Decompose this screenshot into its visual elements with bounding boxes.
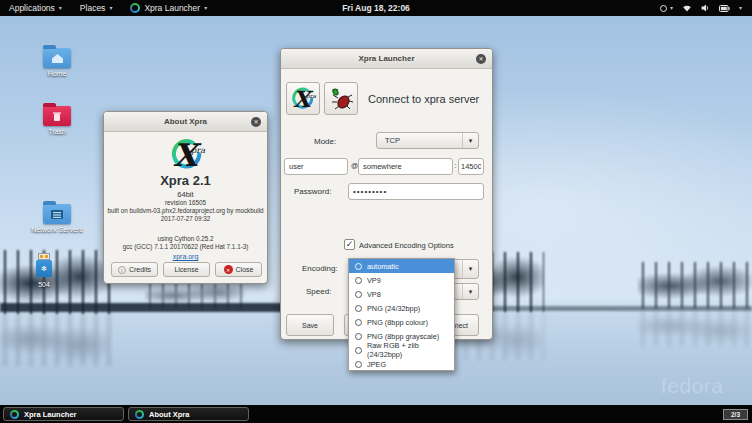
chevron-down-icon: ▾ — [109, 5, 112, 11]
colon-separator: : — [455, 162, 457, 169]
house-glyph — [51, 53, 64, 64]
chevron-down-icon: ▾ — [670, 5, 673, 11]
encoding-option-jpeg[interactable]: JPEG — [349, 357, 454, 371]
app-menu-label: Xpra Launcher — [144, 3, 200, 13]
xpra-org-link[interactable]: xpra.org — [173, 253, 199, 260]
license-button[interactable]: License — [163, 262, 210, 277]
chevron-down-icon: ▾ — [462, 133, 478, 148]
option-label: automatic — [367, 262, 399, 271]
mode-dropdown[interactable]: TCP ▾ — [376, 132, 479, 149]
applications-menu[interactable]: Applications ▾ — [0, 0, 71, 16]
tree-reflection — [638, 308, 752, 346]
credits-label: Credits — [129, 266, 151, 273]
built-line: built on buildvm-03.phx2.fedoraproject.o… — [104, 207, 267, 214]
option-label: PNG (8bpp grayscale) — [367, 332, 439, 341]
encoding-option-vp9[interactable]: VP9 — [349, 273, 454, 287]
encoding-options-popup: automatic VP9 VP8 PNG (24/32bpp) PNG (8b… — [348, 258, 455, 371]
close-dialog-button[interactable]: ✕ Close — [215, 262, 262, 277]
taskbar-window-label: About Xpra — [149, 410, 189, 419]
option-label: JPEG — [367, 360, 386, 369]
dialog-heading: Connect to xpra server — [368, 93, 479, 105]
encoding-option-png-8bpp-colour[interactable]: PNG (8bpp colour) — [349, 315, 454, 329]
tree-reflection — [0, 314, 110, 366]
usb-drive-icon: ✻ — [35, 253, 53, 279]
save-button[interactable]: Save — [286, 314, 334, 336]
app-arch: 64bit — [104, 190, 267, 199]
radio-icon — [355, 319, 362, 326]
volume-icon — [701, 4, 710, 12]
home-folder-icon — [43, 48, 71, 68]
credits-button[interactable]: i Credits — [111, 262, 158, 277]
launcher-title: Xpra Launcher — [358, 54, 414, 63]
desktop-icon-label: Network Servers — [28, 226, 86, 233]
encoding-option-vp8[interactable]: VP8 — [349, 287, 454, 301]
save-label: Save — [302, 322, 318, 329]
taskbar-window-xpra-launcher[interactable]: Xpra Launcher — [3, 407, 124, 421]
server-glyph — [50, 209, 64, 220]
cython-line: using Cython 0.25.2 — [104, 235, 267, 242]
encoding-option-raw-rgb-zlib[interactable]: Raw RGB + zlib (24/32bpp) — [349, 343, 454, 357]
password-label: Password: — [294, 187, 331, 196]
password-input[interactable] — [348, 183, 484, 200]
encoding-option-png-24-32bpp[interactable]: PNG (24/32bpp) — [349, 301, 454, 315]
speed-label: Speed: — [306, 287, 331, 296]
places-label: Places — [80, 3, 106, 13]
chevron-down-icon: ▾ — [204, 5, 207, 11]
desktop-icon-usb-drive[interactable]: ✻ 504 — [15, 253, 73, 288]
check-icon: ✓ — [346, 240, 354, 249]
taskbar-window-label: Xpra Launcher — [24, 410, 77, 419]
close-button[interactable]: ✕ — [476, 54, 486, 64]
applications-label: Applications — [9, 3, 55, 13]
license-label: License — [174, 266, 198, 273]
desktop-icon-label: 504 — [15, 281, 73, 288]
network-folder-icon — [43, 204, 71, 224]
chevron-down-icon: ▾ — [462, 284, 478, 299]
launcher-titlebar[interactable]: Xpra Launcher ✕ — [281, 49, 492, 69]
desktop-icon-trash[interactable]: Trash — [28, 102, 86, 135]
option-label: PNG (24/32bpp) — [367, 304, 420, 313]
info-icon: i — [118, 266, 126, 274]
xpra-icon — [135, 410, 144, 419]
built-date: 2017-07-27 09:32 — [104, 215, 267, 222]
top-bar: Applications ▾ Places ▾ Xpra Launcher ▾ … — [0, 0, 752, 16]
mode-label: Mode: — [314, 137, 336, 146]
workspace-indicator[interactable]: 2/3 — [723, 409, 748, 420]
host-input[interactable] — [358, 158, 453, 175]
mode-value: TCP — [377, 136, 462, 145]
app-name: Xpra 2.1 — [104, 173, 267, 188]
encoding-label: Encoding: — [302, 264, 338, 273]
desktop-icon-network-servers[interactable]: Network Servers — [28, 200, 86, 233]
username-input[interactable] — [284, 158, 348, 175]
close-button[interactable]: ✕ — [251, 117, 261, 127]
about-titlebar[interactable]: About Xpra ✕ — [104, 112, 267, 132]
encoding-option-automatic[interactable]: automatic — [349, 259, 454, 273]
system-tray[interactable]: ▾ ▾ — [660, 4, 752, 12]
advanced-options-checkbox[interactable]: ✓ — [344, 239, 355, 250]
xpra-logo-button[interactable]: X pra — [286, 82, 320, 115]
taskbar-window-about-xpra[interactable]: About Xpra — [128, 407, 249, 421]
radio-icon — [355, 347, 362, 354]
option-label: Raw RGB + zlib (24/32bpp) — [367, 341, 454, 359]
battery-icon — [719, 5, 730, 12]
bug-icon — [329, 87, 353, 111]
chevron-down-icon: ▾ — [462, 260, 478, 278]
chevron-down-icon: ▾ — [739, 5, 742, 11]
port-input[interactable] — [458, 158, 484, 175]
option-label: VP9 — [367, 276, 381, 285]
desktop-icon-label: Home — [28, 70, 86, 77]
close-icon: ✕ — [478, 56, 483, 62]
debug-bugs-button[interactable] — [324, 82, 358, 115]
desktop-icon-label: Trash — [28, 128, 86, 135]
xpra-logo: X pra — [167, 137, 207, 173]
advanced-options-label: Advanced Encoding Options — [359, 241, 454, 250]
places-menu[interactable]: Places ▾ — [71, 0, 122, 16]
app-menu-xpra-launcher[interactable]: Xpra Launcher ▾ — [121, 0, 216, 16]
revision-line: revision 16505 — [104, 199, 267, 206]
xpra-icon — [130, 3, 140, 13]
radio-icon — [355, 361, 362, 368]
trash-glyph — [52, 111, 62, 122]
about-title: About Xpra — [164, 117, 207, 126]
tree-silhouette — [638, 262, 752, 308]
window-list-taskbar: Xpra Launcher About Xpra 2/3 — [0, 405, 752, 423]
desktop-icon-home[interactable]: Home — [28, 44, 86, 77]
